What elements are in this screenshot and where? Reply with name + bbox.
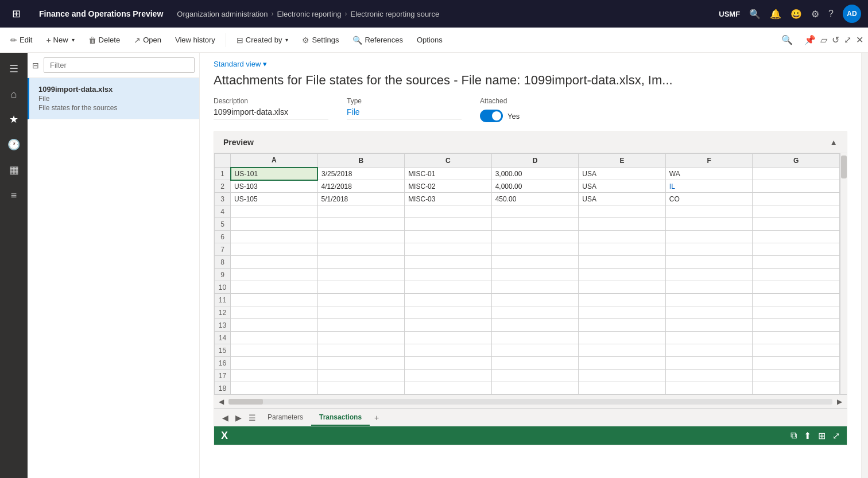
vertical-scrollbar[interactable] — [840, 153, 847, 394]
tab-parameters[interactable]: Parameters — [259, 410, 311, 426]
edit-button[interactable]: ✏ Edit — [5, 32, 38, 48]
cell-7-C[interactable] — [405, 243, 492, 256]
cell-11-A[interactable] — [231, 294, 318, 306]
cell-14-D[interactable] — [491, 332, 579, 344]
tab-nav-next[interactable]: ▶ — [232, 411, 245, 425]
cell-4-G[interactable] — [753, 205, 840, 218]
excel-grid-icon[interactable]: ⊞ — [818, 430, 826, 441]
cell-11-E[interactable] — [579, 294, 666, 306]
cell-2-E[interactable]: USA — [579, 180, 666, 193]
feedback-icon[interactable]: 😀 — [790, 9, 802, 20]
cell-10-F[interactable] — [665, 281, 753, 294]
cell-2-A[interactable]: US-103 — [231, 180, 318, 193]
cell-18-F[interactable] — [665, 382, 753, 395]
cell-2-C[interactable]: MISC-02 — [405, 180, 492, 193]
cell-17-A[interactable] — [231, 370, 318, 382]
cell-11-B[interactable] — [317, 294, 405, 306]
view-selector[interactable]: Standard view ▾ — [200, 53, 861, 73]
cell-9-A[interactable] — [231, 269, 318, 281]
cell-18-G[interactable] — [753, 382, 840, 395]
horizontal-scrollbar-thumb[interactable] — [228, 399, 263, 405]
search-icon[interactable]: 🔍 — [749, 9, 761, 20]
cell-4-A[interactable] — [231, 205, 318, 218]
sidebar-menu-icon[interactable]: ☰ — [2, 57, 25, 80]
cell-9-G[interactable] — [753, 269, 840, 281]
cell-15-B[interactable] — [317, 344, 405, 357]
cell-6-E[interactable] — [579, 231, 666, 243]
excel-expand-icon[interactable]: ⤢ — [832, 430, 840, 441]
cell-16-F[interactable] — [665, 357, 753, 370]
new-button[interactable]: + New — [40, 32, 80, 48]
cell-12-E[interactable] — [579, 306, 666, 319]
cell-7-E[interactable] — [579, 243, 666, 256]
cell-7-D[interactable] — [491, 243, 579, 256]
cell-7-B[interactable] — [317, 243, 405, 256]
cell-1-C[interactable]: MISC-01 — [405, 168, 492, 180]
cell-9-B[interactable] — [317, 269, 405, 281]
cell-16-G[interactable] — [753, 357, 840, 370]
cell-6-B[interactable] — [317, 231, 405, 243]
cell-15-A[interactable] — [231, 344, 318, 357]
cell-11-G[interactable] — [753, 294, 840, 306]
cell-5-G[interactable] — [753, 218, 840, 231]
cell-12-B[interactable] — [317, 306, 405, 319]
cell-15-D[interactable] — [491, 344, 579, 357]
cell-4-E[interactable] — [579, 205, 666, 218]
help-icon[interactable]: ? — [828, 9, 834, 19]
cell-2-F[interactable]: IL — [665, 180, 753, 193]
cell-14-C[interactable] — [405, 332, 492, 344]
cell-5-A[interactable] — [231, 218, 318, 231]
cell-13-C[interactable] — [405, 319, 492, 332]
cell-15-C[interactable] — [405, 344, 492, 357]
cell-6-C[interactable] — [405, 231, 492, 243]
cell-18-D[interactable] — [491, 382, 579, 395]
cell-5-B[interactable] — [317, 218, 405, 231]
cell-8-C[interactable] — [405, 256, 492, 269]
cell-2-B[interactable]: 4/12/2018 — [317, 180, 405, 193]
cell-4-C[interactable] — [405, 205, 492, 218]
cell-11-C[interactable] — [405, 294, 492, 306]
cell-1-E[interactable]: USA — [579, 168, 666, 180]
cell-9-F[interactable] — [665, 269, 753, 281]
cell-17-F[interactable] — [665, 370, 753, 382]
tab-add-button[interactable]: + — [370, 411, 383, 425]
toolbar-expand-icon[interactable]: ⤢ — [844, 34, 851, 45]
settings-button[interactable]: ⚙ Settings — [296, 32, 344, 48]
cell-16-E[interactable] — [579, 357, 666, 370]
cell-1-F[interactable]: WA — [665, 168, 753, 180]
toolbar-refresh-icon[interactable]: ↺ — [832, 34, 839, 45]
cell-16-B[interactable] — [317, 357, 405, 370]
cell-18-E[interactable] — [579, 382, 666, 395]
tab-nav-prev[interactable]: ◀ — [219, 411, 232, 425]
cell-12-C[interactable] — [405, 306, 492, 319]
cell-11-F[interactable] — [665, 294, 753, 306]
cell-10-D[interactable] — [491, 281, 579, 294]
waffle-menu-button[interactable]: ⊞ — [7, 5, 25, 23]
cell-12-D[interactable] — [491, 306, 579, 319]
cell-8-E[interactable] — [579, 256, 666, 269]
cell-9-E[interactable] — [579, 269, 666, 281]
right-scrollbar[interactable] — [861, 53, 868, 478]
cell-13-B[interactable] — [317, 319, 405, 332]
type-value[interactable]: File — [347, 107, 462, 119]
cell-14-B[interactable] — [317, 332, 405, 344]
cell-12-G[interactable] — [753, 306, 840, 319]
scroll-right-icon[interactable]: ▶ — [835, 398, 844, 406]
cell-10-A[interactable] — [231, 281, 318, 294]
sidebar-workspaces-icon[interactable]: ▦ — [2, 158, 25, 181]
scrollbar-thumb[interactable] — [841, 156, 847, 178]
cell-15-F[interactable] — [665, 344, 753, 357]
breadcrumb-item-2[interactable]: Electronic reporting — [277, 10, 342, 18]
cell-9-D[interactable] — [491, 269, 579, 281]
cell-17-E[interactable] — [579, 370, 666, 382]
cell-18-A[interactable] — [231, 382, 318, 395]
breadcrumb-item-3[interactable]: Electronic reporting source — [351, 10, 440, 18]
tab-menu-icon[interactable]: ☰ — [245, 411, 259, 425]
cell-10-C[interactable] — [405, 281, 492, 294]
cell-3-A[interactable]: US-105 — [231, 193, 318, 205]
cell-17-D[interactable] — [491, 370, 579, 382]
cell-2-D[interactable]: 4,000.00 — [491, 180, 579, 193]
cell-13-F[interactable] — [665, 319, 753, 332]
cell-14-G[interactable] — [753, 332, 840, 344]
cell-8-G[interactable] — [753, 256, 840, 269]
